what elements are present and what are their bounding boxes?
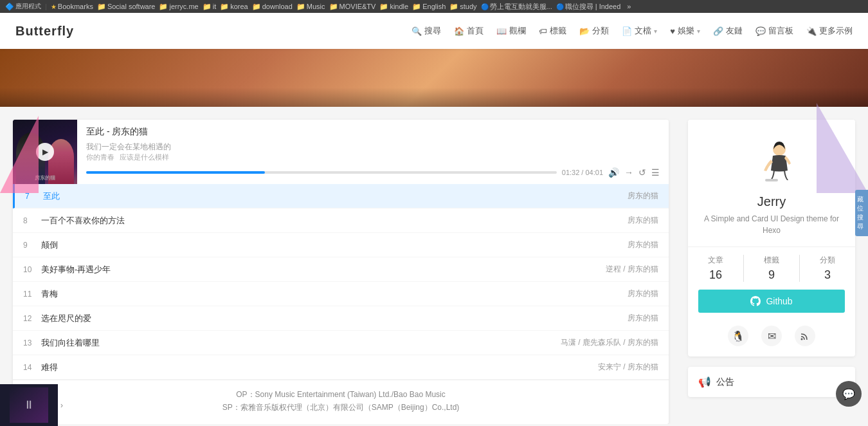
- bookmark-music[interactable]: 📁Music: [296, 3, 325, 11]
- stat-articles: 文章 16: [688, 255, 743, 282]
- folder-icon: 📂: [579, 26, 590, 36]
- playlist-row[interactable]: 7 至此 房东的猫: [13, 184, 669, 208]
- track-num: 11: [23, 290, 41, 299]
- bookmark-download[interactable]: 📁download: [252, 3, 293, 11]
- bookmark-social[interactable]: 📁Social software: [97, 3, 156, 11]
- track-artist: 安来宁 / 房东的猫: [598, 362, 658, 373]
- playlist: 7 至此 房东的猫 8 一百个不喜欢你的方法 房东的猫 9 颠倒 房东的猫 10…: [13, 184, 669, 380]
- bookmark-site1[interactable]: 🔵勞上電互動就美服...: [481, 2, 552, 12]
- content-area: 房东的猫 ▶ 至此 - 房东的猫 我们一定会在某地相遇的 你的青: [13, 120, 669, 424]
- play-button[interactable]: ▶: [36, 143, 54, 161]
- home-icon: 🏠: [454, 26, 464, 36]
- profile-name: Jerry: [698, 194, 845, 209]
- album-title: 至此 - 房东的猫: [86, 126, 171, 138]
- nav-search[interactable]: 🔍 搜尋: [411, 25, 441, 37]
- progress-fill: [86, 171, 265, 174]
- playlist-row[interactable]: 12 选在咫尺的爱 房东的猫: [13, 306, 669, 331]
- nav-archive[interactable]: 📖 觀欄: [496, 25, 526, 37]
- bookmark-korea[interactable]: 📁korea: [220, 3, 248, 11]
- rss-icon[interactable]: [795, 326, 815, 346]
- music-player: 房东的猫 ▶ 至此 - 房东的猫 我们一定会在某地相遇的 你的青: [13, 120, 669, 424]
- track-num: 9: [23, 241, 41, 250]
- track-num: 14: [23, 363, 41, 372]
- footer-line2: SP：索雅音乐版权代理（北京）有限公司（SAMP（Beijing）Co.,Ltd…: [23, 402, 658, 413]
- bookmark-apps[interactable]: 🔷 應用程式: [5, 2, 41, 11]
- track-name: 青梅: [41, 288, 628, 300]
- ent-arrow-icon: ▾: [697, 28, 700, 35]
- hero-banner: [0, 49, 868, 107]
- bookmark-jerryc[interactable]: 📁jerryc.me: [159, 3, 198, 11]
- track-num: 12: [23, 314, 41, 323]
- mini-album-art: ⏸: [10, 387, 48, 423]
- volume-icon[interactable]: 🔊: [608, 167, 619, 178]
- bookmark-bookmarks[interactable]: ★ Bookmarks: [51, 3, 93, 10]
- nav-tags[interactable]: 🏷 標籤: [539, 25, 566, 37]
- next-icon[interactable]: →: [624, 167, 633, 178]
- svg-point-2: [801, 338, 803, 340]
- book-icon: 📖: [496, 26, 507, 36]
- qq-icon[interactable]: 🐧: [728, 326, 748, 346]
- stat-categories: 分類 3: [800, 255, 855, 282]
- progress-bar[interactable]: [86, 171, 557, 174]
- doc-icon: 📄: [622, 26, 632, 36]
- bookmark-indeed[interactable]: 🔵職位搜尋 | Indeed: [556, 2, 621, 12]
- footer-line1: OP：Sony Music Entertainment (Taiwan) Ltd…: [23, 389, 658, 400]
- nav-categories[interactable]: 📂 分類: [579, 25, 609, 37]
- track-name: 难得: [41, 362, 598, 373]
- playlist-row[interactable]: 13 我们向往着哪里 马潇 / 鹿先森乐队 / 房东的猫: [13, 331, 669, 355]
- stat-tags-value: 9: [744, 268, 799, 282]
- announcement-title: 📢 公告: [698, 376, 845, 388]
- nav-menu: 🔍 搜尋 🏠 首頁 📖 觀欄 🏷 標籤 📂 分類 📄 文檔 ▾ ♥ 娛樂 ▾: [411, 25, 853, 37]
- mini-player[interactable]: ⏸ ›: [0, 384, 58, 424]
- track-name: 选在咫尺的爱: [41, 313, 628, 324]
- plugin-icon: 🔌: [806, 26, 817, 36]
- repeat-icon[interactable]: ↺: [638, 167, 646, 178]
- bookmark-kindle[interactable]: 📁kindle: [379, 3, 408, 11]
- bookmark-movietv[interactable]: 📁MOVIE&TV: [329, 3, 376, 11]
- playlist-row[interactable]: 9 颠倒 房东的猫: [13, 233, 669, 257]
- mini-expand-icon[interactable]: ›: [60, 401, 63, 410]
- social-icons-row: 🐧 ✉: [688, 320, 855, 357]
- stat-tags-label: 標籤: [744, 255, 799, 266]
- player-ctrl-icons: 🔊 → ↺ ☰: [608, 167, 660, 178]
- site-nav: Butterfly 🔍 搜尋 🏠 首頁 📖 觀欄 🏷 標籤 📂 分類 📄 文檔 …: [0, 13, 868, 49]
- bookmark-it[interactable]: 📁it: [203, 3, 217, 11]
- track-artist: 房东的猫: [628, 239, 658, 250]
- tag-icon: 🏷: [539, 26, 547, 36]
- track-num: 10: [23, 265, 41, 274]
- announcement-icon: 📢: [698, 376, 711, 388]
- time-display: 01:32 / 04:01: [562, 169, 603, 176]
- subtitle2: 应该是什么模样: [120, 153, 169, 162]
- site-logo[interactable]: Butterfly: [15, 24, 74, 39]
- stat-articles-value: 16: [688, 268, 743, 282]
- nav-links[interactable]: 🔗 友鏈: [713, 25, 743, 37]
- playlist-row[interactable]: 10 美好事物-再遇少年 逆程 / 房东的猫: [13, 257, 669, 282]
- track-name: 颠倒: [41, 239, 628, 251]
- playlist-row[interactable]: 8 一百个不喜欢你的方法 房东的猫: [13, 208, 669, 233]
- float-chat-button[interactable]: 💬: [836, 381, 862, 407]
- nav-entertainment[interactable]: ♥ 娛樂 ▾: [670, 25, 700, 37]
- player-controls: 01:32 / 04:01 🔊 → ↺ ☰: [86, 167, 660, 178]
- player-footer: OP：Sony Music Entertainment (Taiwan) Ltd…: [13, 380, 669, 424]
- heart-icon: ♥: [670, 26, 675, 36]
- nav-guestbook[interactable]: 💬 留言板: [755, 25, 793, 37]
- track-artist: 房东的猫: [628, 190, 658, 201]
- bookmark-study[interactable]: 📁study: [449, 3, 476, 11]
- playlist-row[interactable]: 14 难得 安来宁 / 房东的猫: [13, 355, 669, 380]
- nav-docs[interactable]: 📄 文檔 ▾: [622, 25, 657, 37]
- track-artist: 房东的猫: [628, 288, 658, 299]
- nav-home[interactable]: 🏠 首頁: [454, 25, 484, 37]
- track-artist: 房东的猫: [628, 313, 658, 324]
- nav-examples[interactable]: 🔌 更多示例: [806, 25, 853, 37]
- bookmark-english[interactable]: 📁English: [412, 3, 446, 11]
- github-button[interactable]: Github: [698, 290, 845, 313]
- menu-icon[interactable]: ☰: [651, 167, 660, 178]
- deco-right: [817, 103, 868, 193]
- track-num: 13: [23, 338, 41, 347]
- stat-articles-label: 文章: [688, 255, 743, 266]
- email-icon[interactable]: ✉: [761, 326, 782, 346]
- playlist-row[interactable]: 11 青梅 房东的猫: [13, 282, 669, 306]
- main-container: 房东的猫 ▶ 至此 - 房东的猫 我们一定会在某地相遇的 你的青: [0, 107, 868, 424]
- right-edge-button[interactable]: 藏位搜尋: [855, 190, 868, 236]
- song-subtitles: 你的青春 应该是什么模样: [86, 153, 171, 162]
